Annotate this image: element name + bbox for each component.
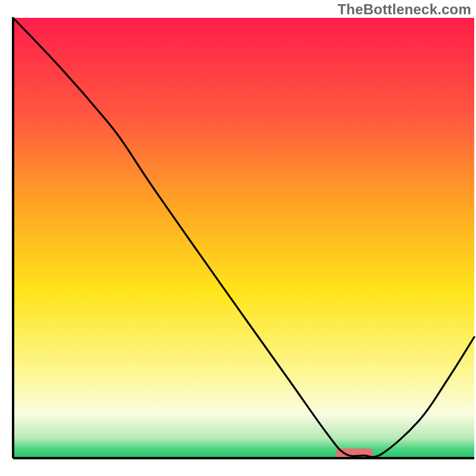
chart-container: TheBottleneck.com [0, 0, 476, 476]
plot-background [13, 18, 474, 458]
bottleneck-chart [0, 0, 476, 476]
watermark-label: TheBottleneck.com [337, 1, 471, 18]
